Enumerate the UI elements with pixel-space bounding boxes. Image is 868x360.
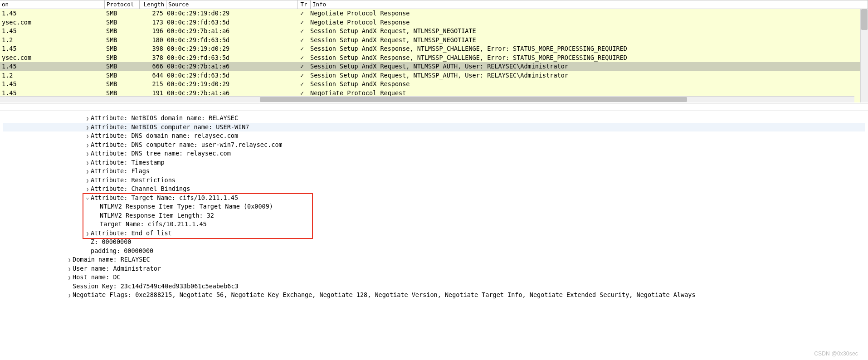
tree-node[interactable]: Session Key: 23c14d7549c40ed933b061c5eab… <box>3 282 865 291</box>
cell-len: 215 <box>139 80 165 89</box>
packet-row[interactable]: ysec.comSMB17300:0c:29:fd:63:5dNegotiate… <box>0 18 868 27</box>
checkmark-icon <box>299 27 306 36</box>
tree-node[interactable]: Attribute: NetBIOS domain name: RELAYSEC <box>3 114 865 123</box>
packet-list-vscroll[interactable] <box>860 9 868 102</box>
packet-list-header[interactable]: on Protocol Length Source Tr Info <box>0 0 868 9</box>
cell-proto: SMB <box>104 36 139 45</box>
cell-src: 00:0c:29:fd:63:5d <box>165 18 296 27</box>
chevron-right-icon[interactable] <box>84 167 91 176</box>
cell-dest: 1.45 <box>0 44 104 54</box>
packet-row[interactable]: 1.45SMB27500:0c:29:19:d0:29Negotiate Pro… <box>0 9 868 18</box>
tree-node[interactable]: NTLMV2 Response Item Length: 32 <box>3 211 865 220</box>
checkmark-icon <box>299 71 306 80</box>
chevron-right-icon[interactable] <box>84 141 91 150</box>
cell-tr <box>296 18 308 27</box>
cell-proto: SMB <box>104 62 139 71</box>
cell-info: Session Setup AndX Response, NTLMSSP_CHA… <box>308 54 868 63</box>
col-header-protocol[interactable]: Protocol <box>105 0 140 9</box>
packet-list-vscroll-thumb[interactable] <box>861 9 868 30</box>
chevron-right-icon[interactable] <box>84 159 91 168</box>
packet-row[interactable]: 1.45SMB21500:0c:29:19:d0:29Session Setup… <box>0 80 868 89</box>
packet-row[interactable]: ysec.comSMB37800:0c:29:fd:63:5dSession S… <box>0 54 868 63</box>
tree-node-label: Target Name: cifs/10.211.1.45 <box>100 220 207 229</box>
tree-node[interactable]: User name: Administrator <box>3 264 865 273</box>
tree-node-label: Z: 00000000 <box>91 238 131 247</box>
chevron-right-icon[interactable] <box>84 229 91 238</box>
tree-node[interactable]: Attribute: NetBIOS computer name: USER-W… <box>3 123 865 132</box>
col-header-tr[interactable]: Tr <box>297 0 311 9</box>
chevron-down-icon[interactable] <box>84 194 91 203</box>
tree-node-label: Attribute: End of list <box>91 229 172 238</box>
cell-proto: SMB <box>104 18 139 27</box>
tree-node-label: Attribute: Target Name: cifs/10.211.1.45 <box>91 194 238 203</box>
tree-node[interactable]: Attribute: Restrictions <box>3 176 865 185</box>
tree-node-label: Host name: DC <box>73 273 121 282</box>
chevron-right-icon[interactable] <box>84 114 91 123</box>
tree-node[interactable]: Attribute: Timestamp <box>3 158 865 167</box>
col-header-info[interactable]: Info <box>311 0 868 9</box>
tree-node[interactable]: Attribute: DNS tree name: relaysec.com <box>3 149 865 158</box>
cell-info: Session Setup AndX Request, NTLMSSP_NEGO… <box>308 27 868 36</box>
tree-node-label: Attribute: DNS domain name: relaysec.com <box>91 131 238 141</box>
cell-info: Negotiate Protocol Response <box>308 9 868 18</box>
packet-list-pane[interactable]: on Protocol Length Source Tr Info 1.45SM… <box>0 0 868 103</box>
tree-node[interactable]: Attribute: DNS domain name: relaysec.com <box>3 131 865 141</box>
chevron-right-icon[interactable] <box>84 123 91 132</box>
packet-row[interactable]: 1.45SMB19600:0c:29:7b:a1:a6Session Setup… <box>0 27 868 36</box>
tree-node[interactable]: padding: 00000000 <box>3 247 865 256</box>
tree-node[interactable]: Attribute: End of list <box>3 229 865 238</box>
chevron-right-icon[interactable] <box>84 176 91 185</box>
cell-tr <box>296 71 308 80</box>
chevron-right-icon[interactable] <box>66 265 73 274</box>
tree-node-label: Attribute: NetBIOS computer name: USER-W… <box>91 123 249 132</box>
packet-list-body[interactable]: 1.45SMB27500:0c:29:19:d0:29Negotiate Pro… <box>0 9 868 102</box>
tree-node-label: User name: Administrator <box>73 264 161 273</box>
chevron-right-icon[interactable] <box>66 256 73 265</box>
tree-node[interactable]: Attribute: Channel Bindings <box>3 185 865 194</box>
packet-list-hscroll-thumb[interactable] <box>260 97 687 102</box>
cell-tr <box>296 9 308 18</box>
cell-dest: 1.45 <box>0 80 104 89</box>
tree-node[interactable]: Z: 00000000 <box>3 238 865 247</box>
checkmark-icon <box>299 44 306 54</box>
cell-tr <box>296 80 308 89</box>
cell-len: 173 <box>139 18 165 27</box>
cell-info: Session Setup AndX Response <box>308 80 868 89</box>
chevron-right-icon[interactable] <box>84 185 91 194</box>
packet-list-hscroll[interactable] <box>0 96 854 102</box>
tree-node[interactable]: Host name: DC <box>3 273 865 282</box>
col-header-destination[interactable]: on <box>0 0 105 9</box>
cell-dest: ysec.com <box>0 54 104 63</box>
cell-proto: SMB <box>104 80 139 89</box>
tree-node-label: NTLMV2 Response Item Type: Target Name (… <box>100 202 273 211</box>
tree-node-label: Domain name: RELAYSEC <box>73 255 150 264</box>
chevron-right-icon[interactable] <box>84 150 91 159</box>
tree-node[interactable]: Attribute: Flags <box>3 167 865 176</box>
checkmark-icon <box>299 9 306 18</box>
app-root: on Protocol Length Source Tr Info 1.45SM… <box>0 0 868 360</box>
col-header-source[interactable]: Source <box>166 0 297 9</box>
tree-node[interactable]: Target Name: cifs/10.211.1.45 <box>3 220 865 229</box>
chevron-right-icon[interactable] <box>84 132 91 141</box>
pane-splitter[interactable] <box>0 103 868 111</box>
tree-node-label: Attribute: Restrictions <box>91 176 176 185</box>
packet-row[interactable]: 1.2SMB18000:0c:29:fd:63:5dSession Setup … <box>0 36 868 45</box>
cell-len: 644 <box>139 71 165 80</box>
packet-details-pane[interactable]: Attribute: NetBIOS domain name: RELAYSEC… <box>0 111 868 360</box>
cell-src: 00:0c:29:7b:a1:a6 <box>165 62 296 71</box>
tree-node[interactable]: Attribute: DNS computer name: user-win7.… <box>3 141 865 150</box>
tree-node-label: Attribute: Flags <box>91 167 150 176</box>
packet-row[interactable]: 1.2SMB64400:0c:29:fd:63:5dSession Setup … <box>0 71 868 80</box>
chevron-right-icon[interactable] <box>66 273 73 282</box>
chevron-right-icon[interactable] <box>66 291 73 300</box>
tree-node[interactable]: NTLMV2 Response Item Type: Target Name (… <box>3 202 865 211</box>
cell-info: Session Setup AndX Request, NTLMSSP_AUTH… <box>308 71 868 80</box>
cell-len: 378 <box>139 54 165 63</box>
tree-node[interactable]: Negotiate Flags: 0xe2888215, Negotiate 5… <box>3 291 865 300</box>
packet-row[interactable]: 1.45SMB66600:0c:29:7b:a1:a6Session Setup… <box>0 62 868 71</box>
tree-node[interactable]: Domain name: RELAYSEC <box>3 255 865 264</box>
col-header-length[interactable]: Length <box>140 0 166 9</box>
checkmark-icon <box>299 36 306 45</box>
tree-node[interactable]: Attribute: Target Name: cifs/10.211.1.45 <box>3 194 865 203</box>
packet-row[interactable]: 1.45SMB39800:0c:29:19:d0:29Session Setup… <box>0 44 868 54</box>
